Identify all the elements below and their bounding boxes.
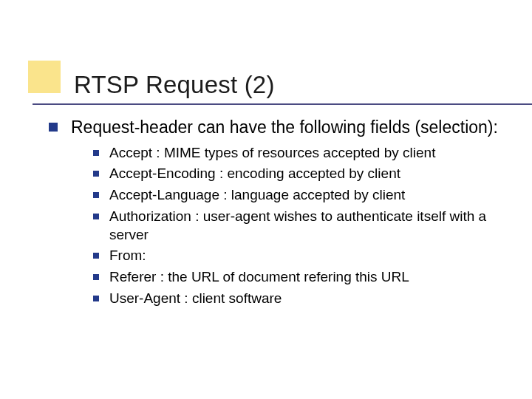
sub-point-text: Accept : MIME types of resources accepte… [109, 144, 435, 163]
sub-point-text: Accept-Language : language accepted by c… [109, 186, 405, 205]
square-bullet-icon [93, 150, 99, 156]
slide-title: RTSP Request (2) [74, 71, 502, 99]
slide: RTSP Request (2) Request-header can have… [0, 0, 532, 399]
list-item: Authorization : user-agent wishes to aut… [93, 208, 502, 244]
body-area: Request-header can have the following fi… [49, 117, 502, 310]
sub-point-text: User-Agent : client software [109, 290, 282, 308]
square-bullet-icon [93, 296, 99, 301]
title-area: RTSP Request (2) [74, 71, 502, 99]
title-underline [33, 103, 532, 106]
sub-point-text: From: [109, 247, 146, 265]
list-item: Accept-Language : language accepted by c… [93, 186, 502, 205]
sub-list: Accept : MIME types of resources accepte… [93, 144, 502, 308]
accent-square [28, 61, 61, 93]
main-point-text: Request-header can have the following fi… [71, 117, 498, 138]
sub-point-text: Referer : the URL of document refering t… [109, 268, 409, 287]
list-item: Referer : the URL of document refering t… [93, 268, 502, 287]
square-bullet-icon [93, 253, 99, 259]
square-bullet-icon [93, 171, 99, 177]
sub-point-text: Accept-Encoding : encoding accepted by c… [109, 165, 400, 183]
list-item: Request-header can have the following fi… [49, 117, 502, 138]
list-item: User-Agent : client software [93, 290, 502, 308]
square-bullet-icon [49, 123, 58, 132]
list-item: Accept : MIME types of resources accepte… [93, 144, 502, 163]
square-bullet-icon [93, 274, 99, 280]
square-bullet-icon [93, 214, 99, 219]
list-item: From: [93, 247, 502, 265]
square-bullet-icon [93, 192, 99, 198]
sub-point-text: Authorization : user-agent wishes to aut… [109, 208, 502, 244]
list-item: Accept-Encoding : encoding accepted by c… [93, 165, 502, 183]
